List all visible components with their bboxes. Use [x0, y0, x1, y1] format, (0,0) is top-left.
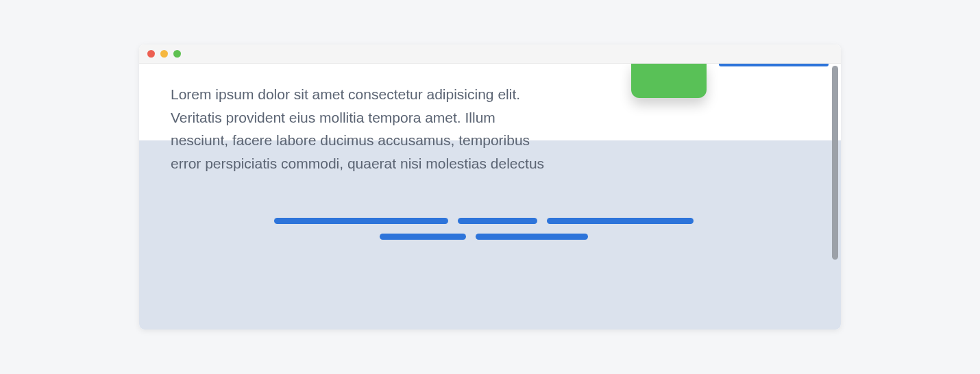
header-accent-bar	[719, 64, 829, 66]
footer-link[interactable]	[547, 218, 694, 224]
scrollbar[interactable]	[832, 66, 838, 314]
window-maximize-button[interactable]	[173, 50, 181, 58]
dropdown-panel[interactable]	[631, 64, 707, 98]
traffic-lights	[147, 50, 181, 58]
footer-link[interactable]	[458, 218, 537, 224]
footer-links	[139, 218, 829, 240]
window-minimize-button[interactable]	[160, 50, 168, 58]
scrollbar-thumb[interactable]	[832, 66, 838, 260]
browser-window: Lorem ipsum dolor sit amet consectetur a…	[139, 45, 841, 329]
body-paragraph: Lorem ipsum dolor sit amet consectetur a…	[171, 83, 554, 175]
window-close-button[interactable]	[147, 50, 155, 58]
window-titlebar	[139, 45, 841, 64]
footer-link[interactable]	[274, 218, 448, 224]
footer-link[interactable]	[476, 234, 588, 240]
footer-link[interactable]	[380, 234, 466, 240]
page-viewport: Lorem ipsum dolor sit amet consectetur a…	[139, 64, 841, 329]
